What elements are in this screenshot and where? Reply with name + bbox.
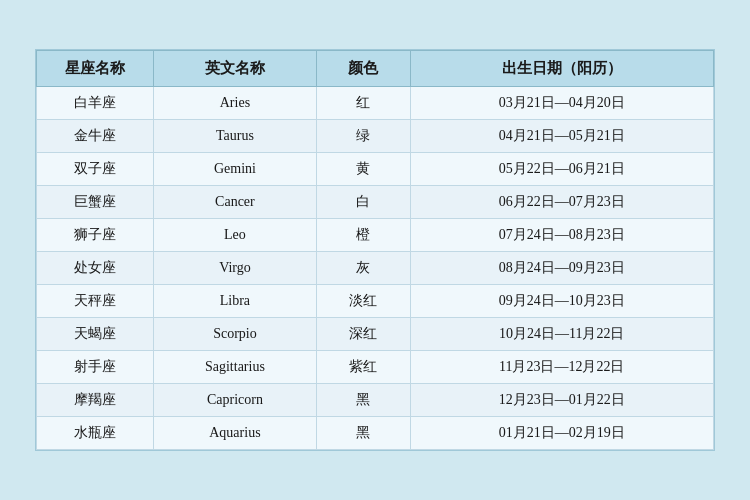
cell-chinese: 金牛座 xyxy=(37,120,154,153)
table-row: 双子座Gemini黄05月22日—06月21日 xyxy=(37,153,714,186)
cell-color: 紫红 xyxy=(317,351,410,384)
table-row: 白羊座Aries红03月21日—04月20日 xyxy=(37,87,714,120)
cell-english: Libra xyxy=(153,285,316,318)
table-row: 射手座Sagittarius紫红11月23日—12月22日 xyxy=(37,351,714,384)
cell-english: Aquarius xyxy=(153,417,316,450)
header-color: 颜色 xyxy=(317,51,410,87)
cell-color: 绿 xyxy=(317,120,410,153)
cell-date: 04月21日—05月21日 xyxy=(410,120,714,153)
cell-color: 淡红 xyxy=(317,285,410,318)
cell-chinese: 白羊座 xyxy=(37,87,154,120)
cell-color: 黄 xyxy=(317,153,410,186)
header-date: 出生日期（阳历） xyxy=(410,51,714,87)
cell-date: 10月24日—11月22日 xyxy=(410,318,714,351)
cell-chinese: 双子座 xyxy=(37,153,154,186)
cell-english: Virgo xyxy=(153,252,316,285)
header-chinese: 星座名称 xyxy=(37,51,154,87)
cell-english: Aries xyxy=(153,87,316,120)
cell-chinese: 摩羯座 xyxy=(37,384,154,417)
table-row: 水瓶座Aquarius黑01月21日—02月19日 xyxy=(37,417,714,450)
table-row: 处女座Virgo灰08月24日—09月23日 xyxy=(37,252,714,285)
cell-english: Leo xyxy=(153,219,316,252)
cell-chinese: 天蝎座 xyxy=(37,318,154,351)
cell-chinese: 巨蟹座 xyxy=(37,186,154,219)
table-header-row: 星座名称 英文名称 颜色 出生日期（阳历） xyxy=(37,51,714,87)
cell-color: 红 xyxy=(317,87,410,120)
cell-english: Sagittarius xyxy=(153,351,316,384)
table-row: 摩羯座Capricorn黑12月23日—01月22日 xyxy=(37,384,714,417)
cell-date: 07月24日—08月23日 xyxy=(410,219,714,252)
cell-color: 灰 xyxy=(317,252,410,285)
zodiac-table: 星座名称 英文名称 颜色 出生日期（阳历） 白羊座Aries红03月21日—04… xyxy=(36,50,714,450)
cell-color: 黑 xyxy=(317,417,410,450)
cell-color: 橙 xyxy=(317,219,410,252)
cell-date: 12月23日—01月22日 xyxy=(410,384,714,417)
table-row: 天蝎座Scorpio深红10月24日—11月22日 xyxy=(37,318,714,351)
cell-color: 白 xyxy=(317,186,410,219)
cell-date: 11月23日—12月22日 xyxy=(410,351,714,384)
cell-date: 05月22日—06月21日 xyxy=(410,153,714,186)
cell-color: 黑 xyxy=(317,384,410,417)
cell-date: 06月22日—07月23日 xyxy=(410,186,714,219)
cell-chinese: 天秤座 xyxy=(37,285,154,318)
cell-date: 08月24日—09月23日 xyxy=(410,252,714,285)
table-row: 狮子座Leo橙07月24日—08月23日 xyxy=(37,219,714,252)
zodiac-table-container: 星座名称 英文名称 颜色 出生日期（阳历） 白羊座Aries红03月21日—04… xyxy=(35,49,715,451)
cell-english: Cancer xyxy=(153,186,316,219)
cell-chinese: 射手座 xyxy=(37,351,154,384)
cell-date: 03月21日—04月20日 xyxy=(410,87,714,120)
cell-date: 01月21日—02月19日 xyxy=(410,417,714,450)
header-english: 英文名称 xyxy=(153,51,316,87)
table-row: 天秤座Libra淡红09月24日—10月23日 xyxy=(37,285,714,318)
cell-english: Taurus xyxy=(153,120,316,153)
cell-color: 深红 xyxy=(317,318,410,351)
cell-english: Scorpio xyxy=(153,318,316,351)
cell-date: 09月24日—10月23日 xyxy=(410,285,714,318)
cell-chinese: 狮子座 xyxy=(37,219,154,252)
cell-english: Gemini xyxy=(153,153,316,186)
table-row: 巨蟹座Cancer白06月22日—07月23日 xyxy=(37,186,714,219)
cell-chinese: 水瓶座 xyxy=(37,417,154,450)
cell-chinese: 处女座 xyxy=(37,252,154,285)
table-body: 白羊座Aries红03月21日—04月20日金牛座Taurus绿04月21日—0… xyxy=(37,87,714,450)
cell-english: Capricorn xyxy=(153,384,316,417)
table-row: 金牛座Taurus绿04月21日—05月21日 xyxy=(37,120,714,153)
